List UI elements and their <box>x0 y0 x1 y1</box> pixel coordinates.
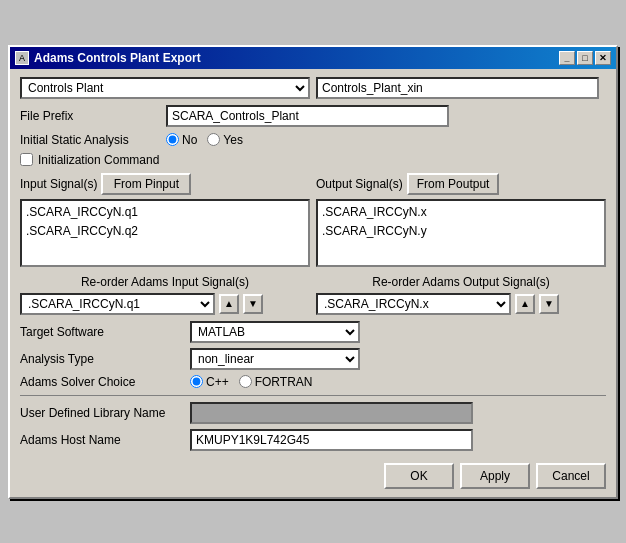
controls-plant-dropdown[interactable]: Controls Plant <box>20 77 310 99</box>
fortran-radio[interactable] <box>239 375 252 388</box>
no-radio-text: No <box>182 133 197 147</box>
close-button[interactable]: ✕ <box>595 51 611 65</box>
input-signals-list[interactable]: .SCARA_IRCCyN.q1 .SCARA_IRCCyN.q2 <box>20 199 310 267</box>
maximize-button[interactable]: □ <box>577 51 593 65</box>
init-command-checkbox[interactable] <box>20 153 33 166</box>
input-signals-section: Input Signal(s) From Pinput .SCARA_IRCCy… <box>20 173 310 267</box>
from-poutput-button[interactable]: From Poutput <box>407 173 500 195</box>
analysis-type-dropdown[interactable]: non_linear <box>190 348 360 370</box>
reorder-input-dropdown[interactable]: .SCARA_IRCCyN.q1 <box>20 293 215 315</box>
output-signal-item-2: .SCARA_IRCCyN.y <box>322 222 600 241</box>
output-signals-header: Output Signal(s) From Poutput <box>316 173 606 195</box>
output-signals-section: Output Signal(s) From Poutput .SCARA_IRC… <box>316 173 606 267</box>
fortran-radio-text: FORTRAN <box>255 375 313 389</box>
output-signals-label: Output Signal(s) <box>316 177 403 191</box>
title-bar: A Adams Controls Plant Export _ □ ✕ <box>10 47 616 69</box>
initial-static-row: Initial Static Analysis No Yes <box>20 133 606 147</box>
no-radio[interactable] <box>166 133 179 146</box>
main-window: A Adams Controls Plant Export _ □ ✕ Cont… <box>8 45 618 499</box>
plant-name-input[interactable] <box>316 77 599 99</box>
file-prefix-label: File Prefix <box>20 109 160 123</box>
input-signal-item-1: .SCARA_IRCCyN.q1 <box>26 203 304 222</box>
reorder-output-up-button[interactable]: ▲ <box>515 294 535 314</box>
reorder-output-dropdown[interactable]: .SCARA_IRCCyN.x <box>316 293 511 315</box>
input-signals-header: Input Signal(s) From Pinput <box>20 173 310 195</box>
reorder-input-up-button[interactable]: ▲ <box>219 294 239 314</box>
solver-choice-row: Adams Solver Choice C++ FORTRAN <box>20 375 606 389</box>
file-prefix-row: File Prefix <box>20 105 606 127</box>
initial-static-radio-group: No Yes <box>166 133 243 147</box>
signals-row: Input Signal(s) From Pinput .SCARA_IRCCy… <box>20 173 606 267</box>
fortran-radio-label[interactable]: FORTRAN <box>239 375 313 389</box>
top-row: Controls Plant <box>20 77 606 99</box>
analysis-type-row: Analysis Type non_linear <box>20 348 606 370</box>
output-signals-list[interactable]: .SCARA_IRCCyN.x .SCARA_IRCCyN.y <box>316 199 606 267</box>
from-pinput-button[interactable]: From Pinput <box>101 173 191 195</box>
yes-radio-text: Yes <box>223 133 243 147</box>
file-prefix-input[interactable] <box>166 105 449 127</box>
apply-button[interactable]: Apply <box>460 463 530 489</box>
reorder-input-label: Re-order Adams Input Signal(s) <box>20 275 310 289</box>
reorder-input-controls: .SCARA_IRCCyN.q1 ▲ ▼ <box>20 293 310 315</box>
cpp-radio-label[interactable]: C++ <box>190 375 229 389</box>
adams-host-input[interactable] <box>190 429 473 451</box>
solver-choice-label: Adams Solver Choice <box>20 375 190 389</box>
output-signal-item-1: .SCARA_IRCCyN.x <box>322 203 600 222</box>
adams-host-row: Adams Host Name <box>20 429 606 451</box>
reorder-input-down-button[interactable]: ▼ <box>243 294 263 314</box>
target-software-label: Target Software <box>20 325 190 339</box>
window-title: Adams Controls Plant Export <box>34 51 201 65</box>
title-buttons: _ □ ✕ <box>559 51 611 65</box>
input-signal-item-2: .SCARA_IRCCyN.q2 <box>26 222 304 241</box>
analysis-type-label: Analysis Type <box>20 352 190 366</box>
user-library-row: User Defined Library Name <box>20 402 606 424</box>
window-icon: A <box>15 51 29 65</box>
divider <box>20 395 606 396</box>
init-command-label: Initialization Command <box>38 153 159 167</box>
target-software-row: Target Software MATLAB <box>20 321 606 343</box>
ok-button[interactable]: OK <box>384 463 454 489</box>
init-command-row: Initialization Command <box>20 153 606 167</box>
cancel-button[interactable]: Cancel <box>536 463 606 489</box>
initial-static-label: Initial Static Analysis <box>20 133 160 147</box>
no-radio-label[interactable]: No <box>166 133 197 147</box>
solver-radio-group: C++ FORTRAN <box>190 375 312 389</box>
reorder-output-label: Re-order Adams Output Signal(s) <box>316 275 606 289</box>
user-library-input <box>190 402 473 424</box>
minimize-button[interactable]: _ <box>559 51 575 65</box>
input-signals-label: Input Signal(s) <box>20 177 97 191</box>
target-software-dropdown[interactable]: MATLAB <box>190 321 360 343</box>
user-library-label: User Defined Library Name <box>20 406 190 420</box>
reorder-output-controls: .SCARA_IRCCyN.x ▲ ▼ <box>316 293 606 315</box>
reorder-output-down-button[interactable]: ▼ <box>539 294 559 314</box>
cpp-radio[interactable] <box>190 375 203 388</box>
cpp-radio-text: C++ <box>206 375 229 389</box>
yes-radio-label[interactable]: Yes <box>207 133 243 147</box>
button-row: OK Apply Cancel <box>20 459 606 489</box>
reorder-input-section: Re-order Adams Input Signal(s) .SCARA_IR… <box>20 275 310 315</box>
adams-host-label: Adams Host Name <box>20 433 190 447</box>
reorder-output-section: Re-order Adams Output Signal(s) .SCARA_I… <box>316 275 606 315</box>
yes-radio[interactable] <box>207 133 220 146</box>
reorder-section: Re-order Adams Input Signal(s) .SCARA_IR… <box>20 275 606 315</box>
